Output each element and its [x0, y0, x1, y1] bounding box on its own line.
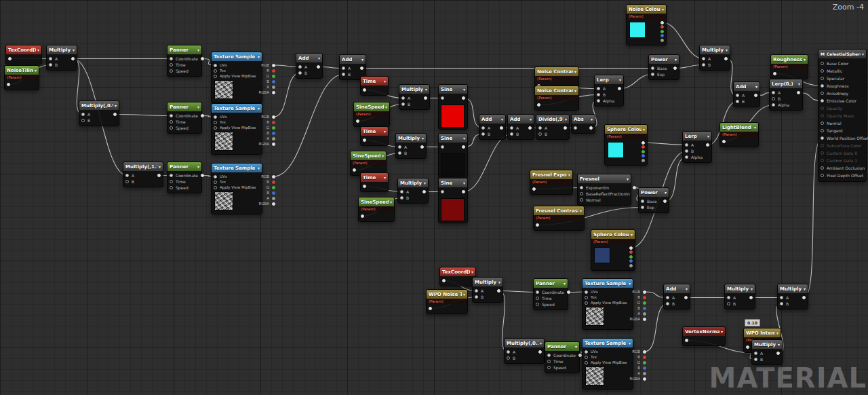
collapse-icon[interactable]: ▾ — [258, 55, 260, 59]
collapse-icon[interactable]: ▾ — [384, 79, 386, 83]
collapse-icon[interactable]: ▾ — [463, 181, 465, 185]
input-pin[interactable] — [49, 57, 52, 60]
input-pin[interactable] — [597, 93, 600, 96]
node-lerp3[interactable]: Lerp(0,)▾ABAlpha — [769, 79, 803, 111]
input-pin[interactable] — [685, 155, 688, 159]
input-pin[interactable] — [754, 352, 757, 355]
output-pin[interactable] — [272, 75, 275, 78]
node-header[interactable]: Panner▾ — [534, 279, 568, 288]
collapse-icon[interactable]: ▾ — [115, 104, 117, 108]
node-sce[interactable]: Sphere Colour Edge▾(Param) — [604, 124, 648, 166]
node-abs1[interactable]: Abs▾ — [571, 114, 595, 134]
output-pin[interactable] — [673, 67, 677, 70]
input-pin[interactable] — [536, 290, 539, 294]
node-add6[interactable]: Add▾AB — [663, 284, 690, 309]
output-pin[interactable] — [272, 115, 275, 119]
collapse-icon[interactable]: ▾ — [631, 233, 633, 237]
node-header[interactable]: Add▾ — [296, 54, 322, 62]
output-pin[interactable] — [724, 57, 728, 60]
node-mul11[interactable]: Multiply(,0.3)▾AB — [504, 338, 545, 364]
input-pin[interactable] — [585, 301, 588, 305]
node-header[interactable]: SineSpeed3▾ — [359, 198, 394, 206]
output-pin[interactable] — [629, 250, 633, 254]
output-pin[interactable] — [642, 154, 645, 157]
collapse-icon[interactable]: ▾ — [384, 176, 386, 180]
input-pin[interactable] — [214, 186, 217, 189]
node-panner2[interactable]: Panner▾CoordinateTimeSpeed — [167, 102, 202, 134]
node-header[interactable]: Sine▾ — [439, 178, 467, 187]
input-pin[interactable] — [666, 296, 669, 299]
output-pin[interactable] — [272, 197, 275, 200]
node-header[interactable]: Lerp(0,)▾ — [770, 79, 802, 88]
collapse-icon[interactable]: ▾ — [385, 105, 387, 109]
node-fresnel[interactable]: Fresnel▾ExponentInBaseReflectFractionInN… — [577, 174, 631, 206]
output-pin[interactable] — [643, 366, 646, 370]
input-pin[interactable] — [170, 174, 173, 177]
node-header[interactable]: Sine▾ — [439, 85, 467, 94]
collapse-icon[interactable]: ▾ — [804, 58, 806, 62]
input-pin[interactable] — [597, 99, 600, 102]
node-header[interactable]: Multiply▾ — [778, 284, 808, 293]
output-pin[interactable] — [272, 186, 275, 189]
output-pin[interactable] — [629, 264, 633, 267]
collapse-icon[interactable]: ▾ — [662, 7, 664, 12]
node-header[interactable]: Noise Contrast Min▾ — [535, 67, 578, 76]
collapse-icon[interactable]: ▾ — [384, 130, 386, 134]
node-texcoord1[interactable]: TexCoord[0]▾ — [5, 45, 42, 64]
node-sine2[interactable]: Sine▾ — [438, 133, 468, 178]
collapse-icon[interactable]: ▾ — [565, 117, 567, 121]
node-header[interactable]: Noise Contrast Max▾ — [535, 86, 578, 95]
input-pin[interactable] — [170, 186, 173, 189]
node-div1[interactable]: Divide(,9)▾AB — [536, 114, 570, 140]
input-pin[interactable] — [580, 186, 583, 189]
output-pin[interactable] — [201, 57, 204, 60]
node-header[interactable]: Multiply▾ — [473, 278, 502, 286]
node-mul6[interactable]: Multiply▾AB — [397, 178, 429, 204]
input-pin[interactable] — [821, 121, 824, 125]
input-pin[interactable] — [214, 75, 217, 78]
node-mul5[interactable]: Multiply▾AB — [395, 133, 427, 159]
node-header[interactable]: Sine▾ — [439, 134, 467, 143]
input-pin[interactable] — [727, 302, 730, 305]
node-tex4[interactable]: Texture Sample▾UVsTexApply View MipBiasR… — [582, 278, 633, 330]
input-pin[interactable] — [821, 62, 824, 65]
node-header[interactable]: Multiply▾ — [396, 134, 426, 143]
node-header[interactable]: Add▾ — [734, 82, 760, 91]
node-noisecolour[interactable]: Noise Colour▾(Param) — [626, 4, 667, 45]
node-texcoord2[interactable]: TexCoord[0]▾ — [439, 267, 476, 286]
output-pin[interactable] — [363, 185, 366, 188]
node-lightblend[interactable]: LightBlend 0-1▾(Param) — [719, 122, 759, 147]
node-header[interactable]: Time▾ — [361, 173, 388, 182]
output-pin[interactable] — [272, 126, 275, 130]
input-pin[interactable] — [536, 297, 539, 300]
output-pin[interactable] — [642, 141, 645, 145]
collapse-icon[interactable]: ▾ — [804, 287, 806, 291]
output-pin[interactable] — [71, 57, 75, 60]
collapse-icon[interactable]: ▾ — [463, 88, 465, 92]
collapse-icon[interactable]: ▾ — [197, 165, 199, 169]
output-pin[interactable] — [629, 255, 633, 259]
collapse-icon[interactable]: ▾ — [580, 209, 582, 213]
output-pin[interactable] — [643, 318, 646, 321]
collapse-icon[interactable]: ▾ — [422, 136, 424, 140]
input-pin[interactable] — [481, 126, 485, 130]
node-header[interactable]: NoiseTiling▾ — [5, 66, 39, 75]
input-pin[interactable] — [736, 94, 739, 97]
collapse-icon[interactable]: ▾ — [498, 280, 500, 284]
input-pin[interactable] — [580, 198, 583, 202]
input-pin[interactable] — [821, 84, 824, 88]
input-pin[interactable] — [81, 119, 85, 122]
collapse-icon[interactable]: ▾ — [530, 117, 532, 121]
output-pin[interactable] — [272, 143, 275, 146]
input-pin[interactable] — [298, 65, 302, 69]
collapse-icon[interactable]: ▾ — [751, 287, 753, 291]
output-pin[interactable] — [272, 64, 275, 67]
output-pin[interactable] — [272, 69, 275, 73]
input-pin[interactable] — [597, 87, 600, 90]
output-pin[interactable] — [272, 91, 275, 94]
input-pin[interactable] — [510, 132, 513, 136]
node-header[interactable]: Multiply▾ — [752, 340, 782, 349]
collapse-icon[interactable]: ▾ — [707, 134, 709, 138]
collapse-icon[interactable]: ▾ — [574, 70, 576, 74]
input-pin[interactable] — [585, 350, 588, 354]
